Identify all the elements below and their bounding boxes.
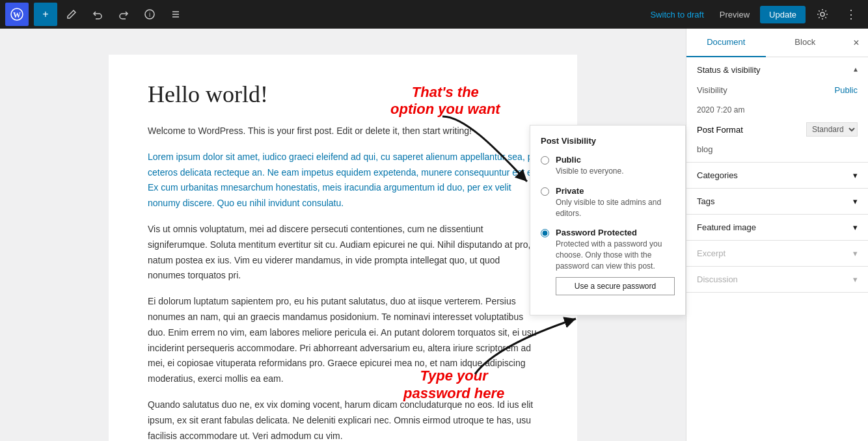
wp-logo-icon[interactable]: W [5,3,29,26]
format-label: Post Format [697,125,743,135]
tags-chevron-icon: ▾ [853,196,858,206]
discussion-label: Discussion [697,274,738,284]
popup-title: Post Visibility [541,136,675,146]
option-private-title: Private [556,186,675,196]
toolbar-left: W + i [5,3,187,26]
excerpt-section[interactable]: Excerpt ▾ [686,241,868,267]
list-view-button[interactable] [164,3,187,26]
visibility-option-public[interactable]: Public Visible to everyone. [541,155,675,177]
visibility-value[interactable]: Public [835,85,858,95]
tab-document[interactable]: Document [686,29,766,57]
status-chevron-icon: ▾ [854,66,858,75]
format-select[interactable]: Standard [806,122,858,137]
option-password-title: Password Protected [556,228,675,237]
option-public-title: Public [556,155,624,165]
use-secure-password-button[interactable]: Use a secure password [556,277,675,295]
categories-section[interactable]: Categories ▾ [686,163,868,189]
add-block-button[interactable]: + [34,3,57,26]
main-layout: Hello world! Welcome to WordPress. This … [0,29,868,441]
settings-button[interactable] [811,3,834,26]
status-visibility-header[interactable]: Status & visibility ▾ [686,57,868,83]
format-row: Post Format Standard [686,120,868,142]
post-title[interactable]: Hello world! [148,81,538,108]
switch-to-draft-button[interactable]: Switch to draft [645,10,709,20]
editor-content: Hello world! Welcome to WordPress. This … [109,55,577,441]
radio-public[interactable] [541,156,549,165]
categories-chevron-icon: ▾ [853,170,858,180]
option-private-desc: Only visible to site admins and editors. [556,197,675,219]
date-label: 2020 7:20 am [697,105,744,114]
date-row: 2020 7:20 am [686,103,868,120]
sidebar-header: Document Block × [686,29,868,57]
svg-point-7 [821,12,824,16]
featured-image-chevron-icon: ▾ [853,222,858,232]
paragraph-1: Welcome to WordPress. This is your first… [148,124,538,139]
status-visibility-label: Status & visibility [697,65,761,75]
redo-button[interactable] [112,3,135,26]
paragraph-4: Ei dolorum luptatum sapientem pro, eu hi… [148,294,538,387]
paragraph-5: Quando salutatus duo ne, ex vix doming v… [148,397,538,441]
option-public-desc: Visible to everyone. [556,166,624,177]
sidebar-close-button[interactable]: × [845,31,868,55]
blog-label: blog [697,144,713,154]
sidebar: Document Block × Status & visibility ▾ V… [686,29,868,441]
svg-text:i: i [149,11,150,18]
excerpt-chevron-icon: ▾ [853,248,858,258]
sidebar-body: Status & visibility ▾ Visibility Public … [686,57,868,441]
sticky-row: blog [686,142,868,162]
paragraph-2: Lorem ipsum dolor sit amet, iudico graec… [148,150,538,211]
post-body: Welcome to WordPress. This is your first… [148,124,538,441]
featured-image-section[interactable]: Featured image ▾ [686,215,868,241]
undo-button[interactable] [86,3,109,26]
option-password-desc: Protected with a password you choose. On… [556,239,675,271]
visibility-label: Visibility [697,85,727,95]
tab-block[interactable]: Block [766,29,845,57]
svg-text:W: W [13,10,21,20]
visibility-option-password[interactable]: Password Protected Protected with a pass… [541,228,675,295]
paragraph-3: Vis ut omnis voluptatum, mei ad discere … [148,222,538,284]
tags-section[interactable]: Tags ▾ [686,189,868,215]
radio-password[interactable] [541,229,549,237]
edit-mode-button[interactable] [60,3,83,26]
excerpt-label: Excerpt [697,248,726,258]
toolbar-right: Switch to draft Preview Update ⋮ [645,3,863,26]
tags-label: Tags [697,196,714,206]
discussion-chevron-icon: ▾ [853,274,858,284]
radio-private[interactable] [541,187,549,196]
visibility-row: Visibility Public [686,83,868,103]
status-visibility-section: Status & visibility ▾ Visibility Public … [686,57,868,163]
post-visibility-popup: Post Visibility Public Visible to everyo… [530,125,686,315]
toolbar: W + i Switch to draft Preview Update ⋮ [0,0,868,29]
discussion-section[interactable]: Discussion ▾ [686,267,868,293]
featured-image-label: Featured image [697,222,756,232]
preview-button[interactable]: Preview [714,10,755,20]
categories-label: Categories [697,170,738,180]
info-button[interactable]: i [138,3,161,26]
visibility-option-private[interactable]: Private Only visible to site admins and … [541,186,675,219]
more-options-button[interactable]: ⋮ [839,3,863,26]
update-button[interactable]: Update [760,6,806,23]
